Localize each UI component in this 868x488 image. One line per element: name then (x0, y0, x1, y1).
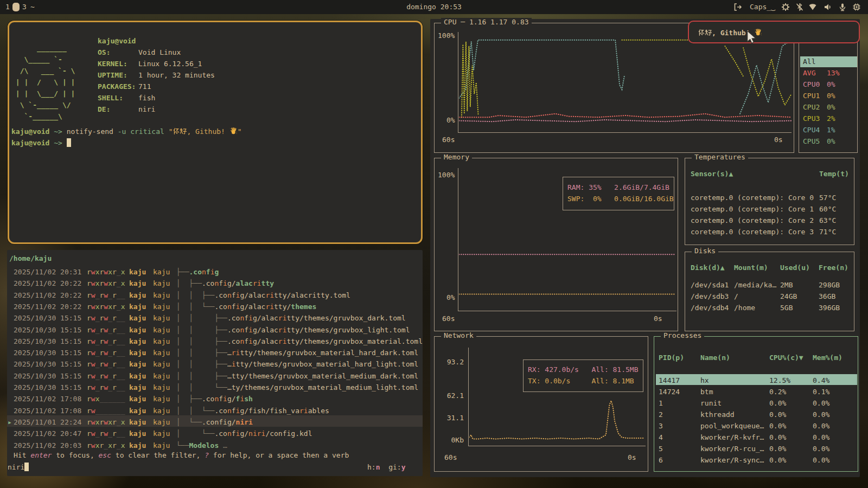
file-group: kaju (153, 382, 170, 393)
processes-panel[interactable]: Processes PID(p)Name(n)CPU%(c)▼Mem%(m) 1… (654, 336, 858, 472)
file-row[interactable]: 2025/11/02 20:22rwxrwxr_xkajukaju│ │ └──… (7, 301, 423, 312)
disks-panel-title: Disks (692, 247, 718, 255)
file-owner: kaju (129, 405, 146, 416)
process-cell: kworker/R-rcu_… (700, 443, 764, 454)
cpu-legend-item[interactable]: CPU00% (800, 79, 857, 90)
sensor-name: coretemp.0 (coretemp): Core 0 (691, 192, 814, 203)
cpu-legend-item[interactable]: All (800, 56, 857, 67)
disk-row[interactable]: /dev/sda1/media/ka…2MB298GB (685, 279, 854, 291)
disk-col-header[interactable]: Mount(m) (734, 262, 768, 273)
process-row[interactable]: 5kworker/R-rcu_…0.0%0.0% (654, 443, 858, 454)
network-panel[interactable]: Network 93.262.131.10Kb 60s 0s RX: 427.0… (434, 336, 648, 472)
file-tree-entry[interactable]: │ └──.config/niri/config.kdl (176, 428, 312, 439)
terminal-window[interactable]: _______ \_____ `- /\ ___ `- \ | | / \ | … (8, 21, 423, 244)
mem-y-min: 0% (446, 292, 455, 303)
file-date: 2025/11/01 22:24 (14, 416, 81, 428)
file-row[interactable]: 2025/10/30 15:15rw_rw_r__kajukaju│ │ ├──… (7, 358, 423, 370)
cpu-legend-item[interactable]: AVG13% (800, 68, 857, 79)
disk-row[interactable]: /dev/sdb3/24GB36GB (685, 291, 854, 302)
file-row[interactable]: 2025/10/30 15:15rw_rw_r__kajukaju│ │ ├──… (7, 347, 423, 358)
cpu-x-left: 60s (442, 134, 455, 145)
file-perms: rw_rw_r__ (87, 370, 125, 382)
file-row[interactable]: 2025/11/02 17:08rw_______kajukaju│ │ └──… (7, 405, 423, 416)
notification-popup[interactable]: , Github! (688, 21, 860, 43)
temperature-row[interactable]: coretemp.0 (coretemp): Core 371°C (685, 226, 854, 237)
volume-icon[interactable] (824, 3, 832, 11)
process-col-header[interactable]: Name(n) (700, 352, 730, 363)
file-tree-entry[interactable]: │ │ ├──.config/alacritty/themes/gruvbox_… (176, 336, 423, 347)
logout-icon[interactable] (733, 3, 742, 11)
cpu-legend-item[interactable]: CPU50% (800, 136, 857, 147)
mem-x-right: 0s (654, 313, 662, 324)
process-row[interactable]: 6kworker/R-sync…0.0%0.0% (654, 454, 858, 466)
file-row[interactable]: 2025/11/02 20:31rwxrwxr_xkajukaju├──.con… (7, 266, 423, 278)
file-row[interactable]: 2025/11/01 22:24rwxrwxr_xkajukaju│ └──.c… (7, 416, 423, 428)
file-row[interactable]: 2025/10/30 15:15rw_rw_r__kajukaju│ │ ├──… (7, 336, 423, 347)
file-owner: kaju (129, 382, 146, 393)
gear-icon[interactable] (781, 3, 790, 11)
file-tree-entry[interactable]: │ ├──.config/alacritty (176, 278, 274, 289)
temperatures-panel[interactable]: Temperatures Sensor(s)▲ Temp(t) coretemp… (685, 158, 854, 245)
process-col-header[interactable]: PID(p) (659, 352, 684, 363)
chip-icon[interactable] (852, 3, 861, 11)
workspace-2-active-indicator[interactable] (12, 3, 20, 11)
file-manager-window[interactable]: /home/kaju 2025/11/02 20:31rwxrwxr_xkaju… (7, 250, 423, 476)
temperature-row[interactable]: coretemp.0 (coretemp): Core 263°C (685, 215, 854, 226)
process-col-header[interactable]: Mem%(m) (813, 352, 843, 363)
process-row[interactable]: 2kthreadd0.0%0.0% (654, 409, 858, 420)
file-row[interactable]: 2025/11/02 20:47rw_rw_r__kajukaju│ └──.c… (7, 428, 423, 439)
file-row[interactable]: 2025/11/02 20:22rw_rw_r__kajukaju│ │ ├──… (7, 290, 423, 301)
file-row[interactable]: 2025/11/02 20:22rwxrwxr_xkajukaju│ ├──.c… (7, 278, 423, 289)
file-row[interactable]: 2025/10/30 15:15rw_rw_r__kajukaju│ │ └──… (7, 382, 423, 393)
cpu-legend-item[interactable]: CPU41% (800, 125, 857, 136)
bluetooth-off-icon[interactable] (795, 3, 804, 11)
wifi-icon[interactable] (808, 3, 817, 11)
process-row[interactable]: 1runit0.0%0.0% (654, 397, 858, 409)
shell-prompt[interactable]: kaju@void ~> (11, 137, 71, 149)
file-date: 2025/11/02 20:47 (14, 428, 81, 439)
file-tree-entry[interactable]: │ │ └──.config/alacritty/themes (176, 301, 316, 312)
file-row[interactable]: 2025/10/30 15:15rw_rw_r__kajukaju│ │ ├──… (7, 324, 423, 336)
temp-col-temp[interactable]: Temp(t) (819, 168, 849, 179)
process-col-header[interactable]: CPU%(c)▼ (769, 352, 803, 363)
disk-col-header[interactable]: Disk(d)▲ (691, 262, 725, 273)
fastfetch-row: KERNEL:Linux 6.12.56_1 (98, 58, 215, 69)
workspace-1[interactable]: 1 (5, 2, 10, 12)
file-row[interactable]: 2025/11/02 17:08rwx______kajukaju│ ├──.c… (7, 393, 423, 404)
file-tree-entry[interactable]: ├──.config (176, 266, 219, 278)
file-tree-entry[interactable]: │ │ ├──…itty/themes/gruvbox_material_har… (176, 358, 418, 370)
cpu-legend-item[interactable]: CPU10% (800, 91, 857, 101)
temperature-row[interactable]: coretemp.0 (coretemp): Core 160°C (685, 203, 854, 215)
disk-col-header[interactable]: Used(u) (780, 262, 810, 273)
microphone-icon[interactable] (838, 3, 847, 11)
filter-input[interactable]: niri (8, 461, 29, 473)
net-y-label: 93.2 (442, 356, 464, 368)
disk-row[interactable]: /dev/sdb4/home5GB396GB (685, 302, 854, 313)
file-tree-entry[interactable]: │ └──.config/niri (176, 416, 253, 428)
disks-panel[interactable]: Disks Disk(d)▲Mount(m)Used(u)Free(n) /de… (685, 252, 854, 331)
cpu-legend-item[interactable]: CPU20% (800, 102, 857, 113)
file-row[interactable]: 2025/10/30 15:15rw_rw_r__kajukaju│ │ ├──… (7, 312, 423, 324)
file-tree-entry[interactable]: │ │ ├──…tty/themes/gruvbox_material_medi… (176, 370, 418, 382)
file-tree-entry[interactable]: │ │ ├──.config/alacritty/alacritty.toml (176, 290, 350, 301)
file-perms: rwxrwxr_x (87, 266, 125, 278)
cpu-legend-item[interactable]: CPU32% (800, 113, 857, 124)
file-tree-entry[interactable]: │ │ ├──.config/alacritty/themes/gruvbox_… (176, 324, 410, 336)
file-perms: rw_rw_r__ (87, 428, 125, 439)
system-monitor-window[interactable]: CPU ─ 1.16 1.17 0.83 100% 0% 60s 0s AllA… (430, 19, 860, 477)
file-row[interactable]: 2025/10/30 15:15rw_rw_r__kajukaju│ │ ├──… (7, 370, 423, 382)
file-tree-entry[interactable]: │ │ ├──.config/alacritty/themes/gruvbox_… (176, 312, 406, 324)
temp-col-sensor[interactable]: Sensor(s)▲ (691, 168, 733, 179)
memory-panel[interactable]: Memory 100% 0% 60s 0s RAM: 35% 2.6GiB/7.… (434, 158, 678, 331)
process-row[interactable]: 14417hx12.5%0.4% (654, 375, 858, 386)
file-tree-entry[interactable]: │ │ └──…ty/themes/gruvbox_material_mediu… (176, 382, 418, 393)
file-tree-entry[interactable]: │ │ ├──…ritty/themes/gruvbox_material_ha… (176, 347, 418, 358)
process-row[interactable]: 3pool_workqueue…0.0%0.0% (654, 420, 858, 432)
file-tree-entry[interactable]: │ ├──.config/fish (176, 393, 253, 404)
process-row[interactable]: 14724btm0.2%0.1% (654, 386, 858, 397)
process-row[interactable]: 4kworker/R-kvfr…0.0%0.0% (654, 432, 858, 443)
temperature-row[interactable]: coretemp.0 (coretemp): Core 057°C (685, 192, 854, 203)
file-tree-entry[interactable]: │ │ └──.config/fish/fish_variables (176, 405, 329, 416)
workspace-3[interactable]: 3 (22, 2, 27, 12)
disk-col-header[interactable]: Free(n) (819, 262, 848, 273)
